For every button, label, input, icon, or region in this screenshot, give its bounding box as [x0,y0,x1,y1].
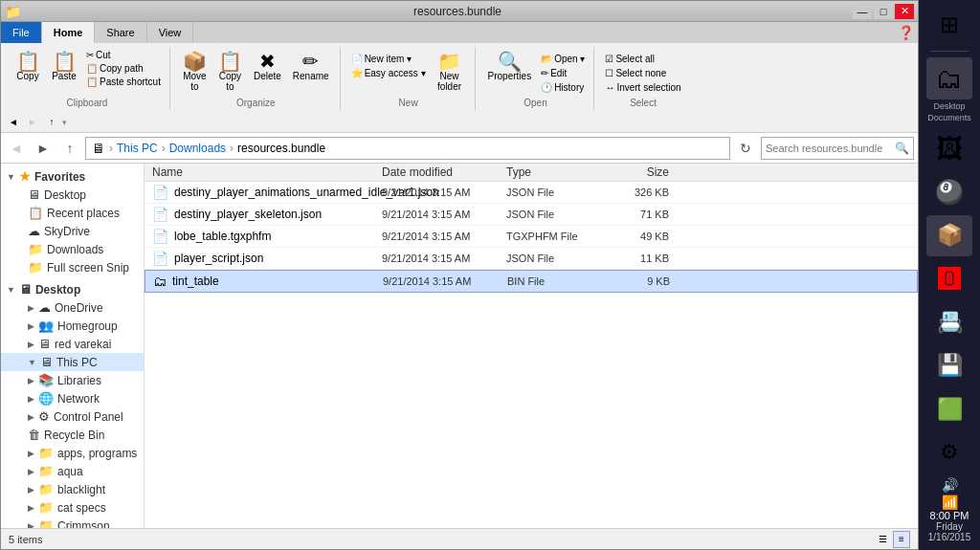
file-date-cell: 9/21/2014 3:15 AM [382,209,506,220]
sidebar-item-apps-programs[interactable]: ▶ 📁 apps, programs [1,444,144,462]
file-row[interactable]: 📄 destiny_player_skeleton.json 9/21/2014… [145,204,918,226]
sidebar-item-network[interactable]: ▶ 🌐 Network [1,389,144,407]
taskbar-explorer-icon[interactable]: 🗂 [926,57,972,99]
onedrive-icon: ☁ [38,300,51,315]
sidebar-item-red-varekai[interactable]: ▶ 🖥 red varekai [1,335,144,353]
sidebar-item-downloads[interactable]: 📁 Downloads [1,240,144,258]
col-date[interactable]: Date modified [382,165,506,179]
delete-button[interactable]: ✖ Delete [249,49,286,84]
file-row[interactable]: 📄 lobe_table.tgxphfm 9/21/2014 3:15 AM T… [145,226,918,248]
easy-access-button[interactable]: ⭐ Easy access ▾ [348,67,429,79]
file-row[interactable]: 📄 player_script.json 9/21/2014 3:15 AM J… [145,248,918,270]
select-label: Select [602,96,683,108]
details-view-button[interactable]: ≡ [893,531,910,548]
address-bar[interactable]: 🖥 › This PC › Downloads › resources.bund… [85,137,730,160]
move-to-button[interactable]: 📦 Moveto [178,49,212,95]
taskbar-start[interactable]: ⊞ [926,4,972,45]
open-button[interactable]: 📂 Open ▾ [538,53,588,65]
tab-view[interactable]: View [147,22,194,43]
sidebar-item-desktop[interactable]: 🖥 Desktop [1,186,144,204]
taskbar-icon-8[interactable]: ⚙ [926,432,972,473]
sidebar-item-onedrive[interactable]: ▶ ☁ OneDrive [1,298,144,317]
file-date-cell: 9/21/2014 3:15 AM [382,231,506,242]
sidebar-item-recent[interactable]: 📋 Recent places [1,204,144,222]
sidebar-favorites-header[interactable]: ▼ ★ Favorites [1,167,144,186]
sidebar-snip-label: Full screen Snip [47,261,129,275]
col-type[interactable]: Type [506,165,602,179]
edit-button[interactable]: ✏ Edit [538,67,588,79]
cut-button[interactable]: ✂ Cut [83,49,164,61]
snip-icon: 📁 [28,260,43,275]
sidebar-item-control-panel[interactable]: ▶ ⚙ Control Panel [1,407,144,426]
close-button[interactable]: ✕ [895,4,914,19]
aqua-icon: 📁 [38,464,54,478]
sidebar-apps-label: apps, programs [57,447,137,460]
copy-to-button[interactable]: 📋 Copyto [213,49,247,95]
sidebar-item-crimmson[interactable]: ▶ 📁 Crimmson [1,517,144,528]
network-icon[interactable]: 📶 [942,495,958,510]
tab-file[interactable]: File [1,22,42,43]
taskbar: ⊞ 🗂 Desktop Documents 🖼 🎱 📦 🅾 📇 💾 🟩 ⚙ 🔊 … [919,0,980,550]
quick-up-btn[interactable]: ↑ [43,114,60,131]
taskbar-icon-3[interactable]: 📦 [926,215,972,256]
sidebar-item-cat-specs[interactable]: ▶ 📁 cat specs [1,498,144,517]
window-title: resources.bundle [62,5,853,18]
file-row[interactable]: 📄 destiny_player_animations_unarmed_idle… [145,182,918,204]
sidebar-item-aqua[interactable]: ▶ 📁 aqua [1,462,144,480]
address-this-pc[interactable]: This PC [117,142,158,155]
search-bar[interactable]: 🔍 [761,137,914,160]
copy-path-button[interactable]: 📋 Copy path [83,62,164,75]
list-view-button[interactable]: ☰ [874,531,891,548]
taskbar-icon-1[interactable]: 🖼 [926,128,972,169]
properties-button[interactable]: 🔍 Properties [483,49,537,84]
col-size[interactable]: Size [602,165,669,179]
new-folder-button[interactable]: 📁 Newfolder [431,49,469,95]
forward-button[interactable]: ► [32,137,55,160]
copy-button[interactable]: 📋 Copy [11,49,45,84]
tab-home[interactable]: Home [42,22,96,43]
sidebar-item-skydrive[interactable]: ☁ SkyDrive [1,222,144,240]
paste-shortcut-button[interactable]: 📋 Paste shortcut [83,76,164,88]
move-icon: 📦 [183,52,207,71]
taskbar-icon-4[interactable]: 🅾 [926,258,972,299]
quick-forward-btn[interactable]: ► [24,114,41,131]
file-size-cell: 326 KB [602,187,669,198]
history-button[interactable]: 🕐 History [538,81,588,94]
taskbar-divider [930,51,969,52]
select-none-button[interactable]: ☐ Select none [602,67,683,79]
up-button[interactable]: ↑ [58,137,81,160]
refresh-button[interactable]: ↻ [734,137,757,160]
taskbar-icon-2[interactable]: 🎱 [926,171,972,212]
taskbar-icon-6[interactable]: 💾 [926,345,972,386]
address-downloads[interactable]: Downloads [169,142,226,155]
select-all-button[interactable]: ☑ Select all [602,53,683,65]
sidebar-item-blacklight[interactable]: ▶ 📁 blacklight [1,480,144,498]
maximize-button[interactable]: □ [874,4,893,19]
taskbar-icon-5[interactable]: 📇 [926,301,972,342]
sidebar-item-recycle-bin[interactable]: 🗑 Recycle Bin [1,426,144,444]
sidebar-recent-label: Recent places [47,207,120,220]
back-button[interactable]: ◄ [5,137,28,160]
sidebar-item-this-pc[interactable]: ▼ 🖥 This PC [1,353,144,371]
quick-back-btn[interactable]: ◄ [5,114,22,131]
sidebar-item-snip[interactable]: 📁 Full screen Snip [1,258,144,276]
sidebar-item-libraries[interactable]: ▶ 📚 Libraries [1,371,144,389]
sidebar-desktop-header[interactable]: ▼ 🖥 Desktop [1,280,144,298]
paste-button[interactable]: 📋 Paste [47,49,81,84]
apps-arrow: ▶ [28,449,34,458]
invert-selection-button[interactable]: ↔ Invert selection [602,81,683,94]
search-input[interactable] [766,143,893,154]
new-item-button[interactable]: 📄 New item ▾ [348,53,429,65]
explorer-window: 📁 resources.bundle — □ ✕ File Home Share… [0,0,919,550]
col-name[interactable]: Name [152,165,382,179]
file-row-selected[interactable]: 🗂 tint_table 9/21/2014 3:15 AM BIN File … [145,270,918,293]
tab-share[interactable]: Share [95,22,146,43]
rename-button[interactable]: ✏ Rename [288,49,334,84]
ribbon-group-open: 🔍 Properties 📂 Open ▾ ✏ Edit 🕐 History O… [478,47,595,110]
minimize-button[interactable]: — [853,4,872,19]
taskbar-icon-7[interactable]: 🟩 [926,388,972,429]
sidebar-network-label: Network [57,392,100,406]
copy-icon: 📋 [16,52,40,71]
volume-icon[interactable]: 🔊 [942,477,958,493]
sidebar-item-homegroup[interactable]: ▶ 👥 Homegroup [1,317,144,335]
